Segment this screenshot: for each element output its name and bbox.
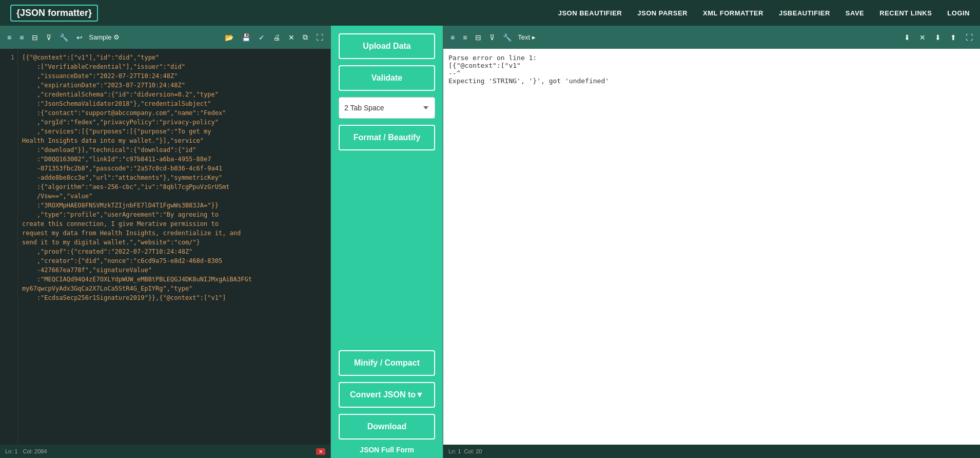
nav-recent-links[interactable]: RECENT LINKS: [879, 9, 932, 17]
right-download-icon[interactable]: ⬇: [902, 32, 912, 43]
undo-icon[interactable]: ↩: [74, 32, 85, 43]
right-ln: Ln: 1: [448, 448, 461, 454]
sample-button[interactable]: Sample ⚙: [89, 33, 120, 41]
right-settings-icon[interactable]: 🔧: [501, 32, 514, 43]
right-save-icon[interactable]: ⬇: [933, 32, 943, 43]
expand-icon[interactable]: ⛶: [314, 32, 325, 43]
left-code-editor[interactable]: [{"@context":["v1"],"id":"did","type" :[…: [18, 49, 330, 445]
print-icon[interactable]: 🖨: [271, 32, 282, 43]
upload-data-button[interactable]: Upload Data: [339, 33, 435, 59]
right-list-alt-icon[interactable]: ≡: [461, 32, 469, 43]
json-full-form: JSON Full Form: [360, 446, 414, 458]
left-toolbar: ≡ ≡ ⊟ ⊽ 🔧 ↩ Sample ⚙ 📂 💾 ✓ 🖨 ✕ ⧉ ⛶: [0, 26, 330, 49]
minify-compact-button[interactable]: Minify / Compact: [339, 350, 435, 376]
right-panel: ≡ ≡ ⊟ ⊽ 🔧 Text ▸ ⬇ ✕ ⬇ ⬆ ⛶ Parse error o…: [443, 26, 980, 458]
text-mode-button[interactable]: Text ▸: [518, 33, 535, 41]
right-toolbar: ≡ ≡ ⊟ ⊽ 🔧 Text ▸ ⬇ ✕ ⬇ ⬆ ⛶: [443, 26, 980, 49]
settings-icon[interactable]: 🔧: [57, 32, 70, 43]
middle-panel: Upload Data Validate 2 Tab Space 4 Tab S…: [331, 26, 443, 458]
top-navigation: {JSON formatter} JSON BEAUTIFIER JSON PA…: [0, 0, 980, 26]
main-layout: ≡ ≡ ⊟ ⊽ 🔧 ↩ Sample ⚙ 📂 💾 ✓ 🖨 ✕ ⧉ ⛶ 1 [{"…: [0, 26, 980, 458]
left-ln: Ln: 1: [5, 448, 17, 454]
collapse-icon[interactable]: ⊟: [30, 32, 40, 43]
nav-items: JSON BEAUTIFIER JSON PARSER XML FORMATTE…: [558, 9, 970, 17]
nav-xml-formatter[interactable]: XML FORMATTER: [703, 9, 763, 17]
left-editor-area: 1 [{"@context":["v1"],"id":"did","type" …: [0, 49, 330, 445]
format-beautify-button[interactable]: Format / Beautify: [339, 125, 435, 150]
convert-json-button[interactable]: Convert JSON to▼: [339, 382, 435, 408]
right-collapse-icon[interactable]: ⊟: [473, 32, 483, 43]
right-list-icon[interactable]: ≡: [448, 32, 457, 43]
right-filter-icon[interactable]: ⊽: [487, 32, 497, 43]
tab-space-select[interactable]: 2 Tab Space 4 Tab Space Tab Space: [339, 97, 435, 119]
nav-login[interactable]: LOGIN: [947, 9, 970, 17]
nav-jsbeautifier[interactable]: JSBEAUTIFIER: [779, 9, 830, 17]
right-status-bar: Ln: 1 Col: 20: [443, 445, 980, 458]
validate-button[interactable]: Validate: [339, 65, 435, 91]
sample-dropdown-icon: ⚙: [113, 33, 120, 41]
left-panel: ≡ ≡ ⊟ ⊽ 🔧 ↩ Sample ⚙ 📂 💾 ✓ 🖨 ✕ ⧉ ⛶ 1 [{"…: [0, 26, 331, 458]
right-col: Col: 20: [464, 448, 482, 454]
left-status-bar: Ln: 1 Col: 2084 ✕: [0, 445, 330, 458]
download-button[interactable]: Download: [339, 414, 435, 440]
toolbar-right-icons: 📂 💾 ✓ 🖨 ✕ ⧉ ⛶: [223, 32, 325, 43]
right-expand-icon[interactable]: ⛶: [964, 32, 975, 43]
right-close-icon[interactable]: ✕: [917, 32, 928, 43]
list-icon[interactable]: ≡: [5, 32, 13, 43]
right-editor[interactable]: Parse error on line 1: [{"@context":["v1…: [443, 49, 980, 445]
logo-text: {JSON formatter}: [16, 8, 92, 18]
list-alt-icon[interactable]: ≡: [17, 32, 26, 43]
nav-json-beautifier[interactable]: JSON BEAUTIFIER: [558, 9, 622, 17]
copy-icon[interactable]: ⧉: [301, 32, 310, 43]
sample-label: Sample: [89, 33, 111, 41]
right-toolbar-right: ⬇ ✕ ⬇ ⬆ ⛶: [902, 32, 975, 43]
logo: {JSON formatter}: [10, 5, 98, 22]
line-numbers: 1: [0, 49, 18, 445]
left-col: Col: 2084: [23, 448, 47, 454]
check-icon[interactable]: ✓: [257, 32, 267, 43]
nav-json-parser[interactable]: JSON PARSER: [637, 9, 688, 17]
nav-save[interactable]: SAVE: [846, 9, 864, 17]
open-icon[interactable]: 📂: [223, 32, 236, 43]
error-badge: ✕: [316, 448, 325, 455]
text-mode-label: Text ▸: [518, 33, 535, 41]
filter-icon[interactable]: ⊽: [44, 32, 53, 43]
right-share-icon[interactable]: ⬆: [948, 32, 958, 43]
save-icon[interactable]: 💾: [240, 32, 252, 43]
clear-icon[interactable]: ✕: [286, 32, 297, 43]
